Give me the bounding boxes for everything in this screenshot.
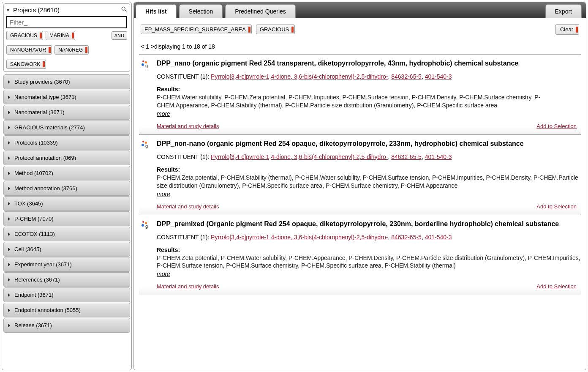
constituent-link[interactable]: Pyrrolo[3,4-c]pyrrole-1,4-dione, 3,6-bis… [211, 234, 388, 241]
facet-item[interactable]: ECOTOX (1113) [3, 227, 130, 241]
search-icon[interactable] [121, 6, 127, 14]
facet-label: Nanomaterial (3671) [14, 109, 65, 115]
facet-item[interactable]: GRACIOUS materials (2774) [3, 120, 130, 135]
facet-item[interactable]: Protocols (10339) [3, 135, 130, 150]
results-label: Results: [157, 86, 581, 93]
remove-icon[interactable] [72, 33, 74, 38]
add-to-selection-link[interactable]: Add to Selection [536, 283, 577, 290]
pager[interactable]: < 1 >displaying 1 to 18 of 18 [134, 41, 586, 54]
facet-label: GRACIOUS materials (2774) [14, 124, 85, 131]
constituent-link[interactable]: Pyrrolo[3,4-c]pyrrole-1,4-dione, 3,6-bis… [211, 73, 388, 80]
chevron-right-icon [8, 202, 10, 205]
chevron-right-icon [8, 126, 10, 129]
constituent-link[interactable]: Pyrrolo[3,4-c]pyrrole-1,4-dione, 3,6-bis… [211, 153, 388, 160]
filter-tag[interactable]: NANOGRAVUR [6, 45, 52, 55]
projects-panel: Projects (28610) GRACIOUSMARINAANDNANOGR… [3, 3, 130, 72]
projects-title: Projects (28610) [13, 6, 121, 14]
filter-tag[interactable]: GRACIOUS [6, 31, 43, 40]
filter-input[interactable] [6, 16, 127, 28]
facet-label: Endpoint (3671) [14, 292, 54, 298]
svg-line-1 [125, 10, 126, 11]
facet-label: Release (3671) [14, 322, 52, 328]
filter-tag[interactable]: NANoREG [54, 45, 89, 55]
more-link[interactable]: more [157, 191, 170, 197]
tag-label: NANoREG [58, 47, 83, 53]
add-to-selection-link[interactable]: Add to Selection [536, 203, 577, 210]
facet-item[interactable]: Method annotation (3766) [3, 181, 130, 196]
constituent-link[interactable]: 401-540-3 [425, 234, 452, 241]
result-footer: Material and study detailsAdd to Selecti… [157, 283, 581, 290]
more-link[interactable]: more [157, 110, 170, 117]
active-filter-tag[interactable]: GRACIOUS [256, 25, 295, 34]
result-body: DPP_nano (organic pigment Red 254 transp… [157, 60, 581, 129]
results-text: P-CHEM.Zeta potential, P-CHEM.Stability … [157, 174, 581, 190]
facet-item[interactable]: Method (10702) [3, 166, 130, 181]
chevron-right-icon [8, 156, 10, 160]
remove-icon [576, 27, 578, 33]
facet-item[interactable]: Endpoint (3671) [3, 287, 130, 302]
tab[interactable]: Hits list [136, 4, 177, 18]
results-list: gDPP_nano (organic pigment Red 254 trans… [134, 54, 586, 303]
chevron-right-icon [8, 232, 10, 236]
facet-item[interactable]: P-CHEM (7070) [3, 211, 130, 226]
facet-item[interactable]: Cell (3645) [3, 242, 130, 257]
constituent-link[interactable]: 401-540-3 [425, 73, 452, 80]
tab[interactable]: Selection [179, 4, 223, 18]
chevron-right-icon [8, 187, 10, 190]
facet-label: ECOTOX (1113) [14, 231, 55, 237]
remove-icon[interactable] [291, 27, 294, 33]
facet-item[interactable]: Experiment year (3671) [3, 257, 130, 272]
chevron-right-icon [8, 278, 10, 282]
more-link[interactable]: more [157, 271, 170, 277]
facet-item[interactable]: Protocol annotation (869) [3, 150, 130, 165]
details-link[interactable]: Material and study details [157, 203, 219, 210]
remove-icon[interactable] [40, 33, 42, 38]
chevron-down-icon[interactable] [6, 9, 10, 11]
tab-export[interactable]: Export [545, 4, 582, 18]
facet-label: P-CHEM (7070) [14, 216, 53, 222]
constituent-link[interactable]: 84632-65-5 [391, 153, 422, 160]
tag-label: GRACIOUS [10, 33, 37, 38]
constituent-link[interactable]: 84632-65-5 [391, 234, 422, 241]
remove-icon[interactable] [49, 47, 51, 53]
facet-label: Nanomaterial type (3671) [14, 94, 76, 100]
and-button[interactable]: AND [112, 31, 127, 40]
facet-label: Study providers (3670) [14, 79, 70, 85]
add-to-selection-link[interactable]: Add to Selection [536, 123, 577, 129]
facet-label: Method annotation (3766) [14, 185, 77, 191]
results-text: P-CHEM.Water solubility, P-CHEM.Zeta pot… [157, 93, 581, 109]
facet-item[interactable]: Study providers (3670) [3, 74, 130, 89]
constituent-link[interactable]: 84632-65-5 [391, 73, 422, 80]
result-item: gDPP_non-nano (organic pigment Red 254 o… [139, 134, 581, 215]
filter-tag-row: GRACIOUSMARINAANDNANOGRAVURNANoREGSANOWO… [6, 31, 127, 69]
filter-bar: EP_MASS_SPECIFIC_SURFACE_AREAGRACIOUS Cl… [134, 18, 586, 41]
filter-tag[interactable]: SANOWORK [6, 60, 46, 69]
active-filter-tag[interactable]: EP_MASS_SPECIFIC_SURFACE_AREA [141, 25, 252, 34]
tag-label: SANOWORK [10, 61, 40, 67]
result-item: gDPP_premixed (Organic pigment Red 254 o… [139, 215, 581, 295]
results-text: P-CHEM.Zeta potential, P-CHEM.Water solu… [157, 254, 581, 270]
result-body: DPP_non-nano (organic pigment Red 254 op… [157, 140, 581, 210]
facet-label: Protocols (10339) [14, 140, 58, 146]
filter-tag[interactable]: MARINA [46, 31, 75, 40]
chevron-right-icon [8, 324, 10, 327]
constituent-line: CONSTITUENT (1): Pyrrolo[3,4-c]pyrrole-1… [157, 153, 581, 160]
tag-label: EP_MASS_SPECIFIC_SURFACE_AREA [144, 26, 246, 33]
remove-icon[interactable] [248, 27, 250, 33]
remove-icon[interactable] [43, 61, 45, 67]
remove-icon[interactable] [85, 47, 87, 53]
facet-item[interactable]: References (3671) [3, 272, 130, 287]
details-link[interactable]: Material and study details [157, 283, 219, 290]
details-link[interactable]: Material and study details [157, 123, 219, 129]
chevron-right-icon [8, 172, 10, 175]
facet-label: TOX (3645) [14, 200, 43, 207]
facet-item[interactable]: TOX (3645) [3, 196, 130, 211]
tab[interactable]: Predefined Queries [225, 4, 296, 18]
facet-item[interactable]: Endpoint annotation (5055) [3, 303, 130, 317]
facet-item[interactable]: Nanomaterial (3671) [3, 105, 130, 120]
sidebar: Projects (28610) GRACIOUSMARINAANDNANOGR… [2, 2, 132, 370]
facet-item[interactable]: Release (3671) [3, 318, 130, 333]
constituent-link[interactable]: 401-540-3 [425, 153, 452, 160]
clear-button[interactable]: Clear [555, 24, 579, 35]
facet-item[interactable]: Nanomaterial type (3671) [3, 90, 130, 104]
